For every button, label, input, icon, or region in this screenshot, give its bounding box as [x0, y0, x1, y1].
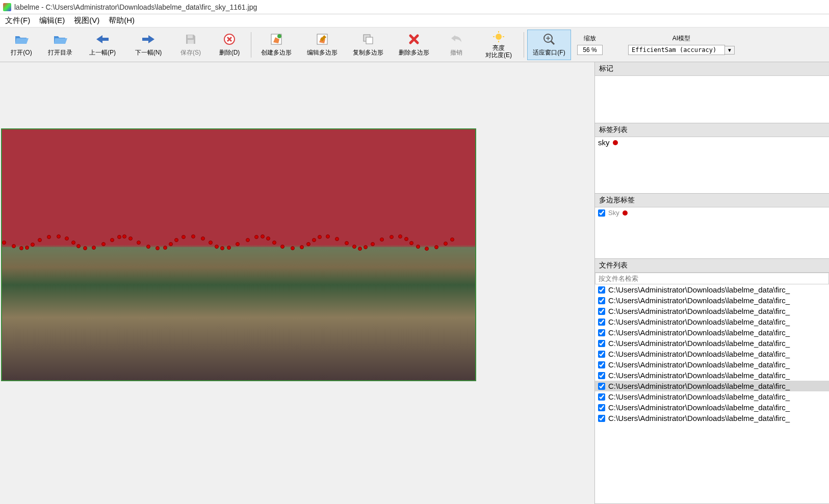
file-list-item[interactable]: C:\Users\Administrator\Downloads\labelme… [595, 413, 829, 423]
brightness-contrast-button[interactable]: 亮度 对比度(E) [477, 30, 521, 60]
polygon-vertex[interactable] [450, 237, 454, 242]
polygon-vertex[interactable] [246, 238, 250, 242]
polygon-vertex[interactable] [272, 241, 276, 245]
polygon-vertex[interactable] [371, 242, 375, 246]
file-checkbox[interactable] [598, 415, 605, 422]
polygon-vertex[interactable] [163, 246, 167, 250]
polygon-vertex[interactable] [201, 236, 205, 241]
polygon-vertex[interactable] [38, 238, 42, 242]
polygon-vertex[interactable] [19, 246, 23, 250]
polygon-vertex[interactable] [146, 245, 150, 249]
ai-model-select[interactable]: EfficientSam (accuracy) [628, 45, 725, 55]
file-checkbox[interactable] [598, 297, 605, 304]
polygon-vertex[interactable] [326, 234, 330, 238]
labels-body[interactable]: sky [595, 137, 829, 193]
polygon-vertex[interactable] [215, 245, 219, 249]
file-checkbox[interactable] [598, 404, 605, 411]
file-list-item[interactable]: C:\Users\Administrator\Downloads\labelme… [595, 359, 829, 370]
file-checkbox[interactable] [598, 383, 605, 390]
file-list-item[interactable]: C:\Users\Administrator\Downloads\labelme… [595, 306, 829, 316]
polygon-vertex[interactable] [404, 237, 408, 241]
file-search-input[interactable] [595, 273, 829, 284]
file-list-item[interactable]: C:\Users\Administrator\Downloads\labelme… [595, 327, 829, 338]
file-list-item[interactable]: C:\Users\Administrator\Downloads\labelme… [595, 349, 829, 359]
polygon-vertex[interactable] [117, 235, 121, 239]
delete-polygon-button[interactable]: 删除多边形 [392, 30, 436, 60]
polygon-vertex[interactable] [174, 238, 178, 242]
polygon-vertex[interactable] [220, 246, 224, 250]
file-list-item[interactable]: C:\Users\Administrator\Downloads\labelme… [595, 316, 829, 327]
polygon-vertex[interactable] [291, 246, 295, 250]
menu-file[interactable]: 文件(F) [5, 16, 30, 25]
file-checkbox[interactable] [598, 351, 605, 358]
polygon-vertex[interactable] [31, 243, 35, 247]
file-list-item[interactable]: C:\Users\Administrator\Downloads\labelme… [595, 295, 829, 306]
polygon-vertex[interactable] [254, 235, 258, 239]
polygon-vertex[interactable] [416, 245, 420, 249]
polygon-vertex[interactable] [425, 247, 429, 251]
polygon-vertex[interactable] [409, 241, 413, 245]
polygon-vertex[interactable] [101, 242, 106, 246]
polygon-checkbox[interactable] [598, 209, 605, 217]
file-list-item[interactable]: C:\Users\Administrator\Downloads\labelme… [595, 370, 829, 381]
annotated-image[interactable] [1, 128, 476, 381]
polygon-vertex[interactable] [358, 247, 362, 251]
polygon-vertex[interactable] [398, 234, 402, 238]
next-image-button[interactable]: 下一幅(N) [126, 30, 170, 60]
open-dir-button[interactable]: 打开目录 [42, 30, 79, 60]
file-checkbox[interactable] [598, 393, 605, 401]
polygon-vertex[interactable] [364, 245, 368, 249]
polygon-vertex[interactable] [434, 245, 438, 249]
polygon-vertex[interactable] [122, 234, 126, 238]
files-body[interactable]: C:\Users\Administrator\Downloads\labelme… [595, 284, 829, 503]
polygon-vertex[interactable] [306, 242, 310, 246]
polygon-label-item[interactable]: Sky [595, 207, 829, 218]
prev-image-button[interactable]: 上一幅(P) [81, 30, 124, 60]
polygon-vertex[interactable] [71, 241, 75, 245]
file-checkbox[interactable] [598, 340, 605, 347]
zoom-value[interactable]: 56 % [577, 45, 603, 55]
polygon-vertex[interactable] [300, 245, 304, 249]
polygon-vertex[interactable] [261, 234, 265, 238]
label-item[interactable]: sky [595, 137, 829, 148]
file-list-item[interactable]: C:\Users\Administrator\Downloads\labelme… [595, 402, 829, 413]
file-checkbox[interactable] [598, 319, 605, 326]
file-checkbox[interactable] [598, 286, 605, 294]
create-polygon-button[interactable]: 创建多边形 [254, 30, 298, 60]
polygon-vertex[interactable] [25, 246, 29, 250]
polygon-sky-overlay[interactable] [2, 129, 475, 247]
polygon-vertex[interactable] [110, 238, 114, 242]
copy-polygon-button[interactable]: 复制多边形 [346, 30, 390, 60]
menu-view[interactable]: 视图(V) [74, 16, 99, 25]
polygon-vertex[interactable] [266, 236, 270, 241]
polygon-vertex[interactable] [312, 238, 316, 242]
file-checkbox[interactable] [598, 372, 605, 379]
file-list-item[interactable]: C:\Users\Administrator\Downloads\labelme… [595, 391, 829, 402]
polygon-vertex[interactable] [12, 244, 16, 248]
polygon-vertex[interactable] [390, 235, 394, 239]
polygon-vertex[interactable] [47, 235, 51, 239]
polygon-vertex[interactable] [318, 235, 322, 239]
polygon-vertex[interactable] [57, 234, 61, 238]
file-list-item[interactable]: C:\Users\Administrator\Downloads\labelme… [595, 381, 829, 391]
polygon-vertex[interactable] [209, 241, 213, 245]
polygon-vertex[interactable] [76, 244, 81, 248]
polygon-vertices[interactable] [2, 237, 475, 248]
polygon-vertex[interactable] [137, 241, 141, 245]
file-checkbox[interactable] [598, 361, 605, 368]
poly-body[interactable]: Sky [595, 207, 829, 258]
chevron-down-icon[interactable]: ▼ [725, 46, 735, 55]
canvas-area[interactable] [0, 62, 594, 504]
polygon-vertex[interactable] [191, 234, 195, 238]
polygon-vertex[interactable] [65, 236, 69, 241]
file-list-item[interactable]: C:\Users\Administrator\Downloads\labelme… [595, 338, 829, 349]
delete-button[interactable]: 删除(D) [211, 30, 248, 60]
polygon-vertex[interactable] [128, 236, 133, 241]
menu-help[interactable]: 帮助(H) [109, 16, 135, 25]
polygon-vertex[interactable] [92, 246, 96, 250]
flags-body[interactable] [595, 76, 829, 123]
polygon-vertex[interactable] [227, 246, 231, 250]
polygon-vertex[interactable] [182, 235, 186, 239]
edit-polygon-button[interactable]: 编辑多边形 [300, 30, 344, 60]
polygon-vertex[interactable] [83, 246, 87, 250]
